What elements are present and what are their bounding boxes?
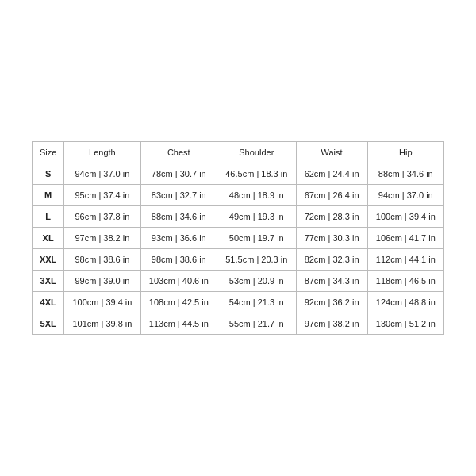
table-row: L96cm | 37.8 in88cm | 34.6 in49cm | 19.3… (33, 206, 444, 228)
measurement-cell: 100cm | 39.4 in (367, 206, 443, 228)
measurement-cell: 62cm | 24.4 in (296, 163, 367, 185)
size-label: 4XL (33, 292, 64, 313)
measurement-cell: 94cm | 37.0 in (367, 185, 443, 206)
measurement-cell: 78cm | 30.7 in (140, 163, 217, 185)
size-chart-wrapper: SizeLengthChestShoulderWaistHip S94cm | … (24, 133, 452, 343)
table-row: 4XL100cm | 39.4 in108cm | 42.5 in54cm | … (33, 292, 444, 313)
measurement-cell: 51.5cm | 20.3 in (217, 249, 297, 271)
table-header-row: SizeLengthChestShoulderWaistHip (33, 142, 444, 163)
measurement-cell: 88cm | 34.6 in (140, 206, 217, 228)
size-label: S (33, 163, 64, 185)
measurement-cell: 101cm | 39.8 in (64, 313, 140, 335)
measurement-cell: 103cm | 40.6 in (140, 271, 217, 292)
column-header-size: Size (33, 142, 64, 163)
measurement-cell: 113cm | 44.5 in (140, 313, 217, 335)
measurement-cell: 53cm | 20.9 in (217, 271, 297, 292)
measurement-cell: 124cm | 48.8 in (367, 292, 443, 313)
measurement-cell: 72cm | 28.3 in (296, 206, 367, 228)
column-header-length: Length (64, 142, 140, 163)
table-row: S94cm | 37.0 in78cm | 30.7 in46.5cm | 18… (33, 163, 444, 185)
measurement-cell: 94cm | 37.0 in (64, 163, 140, 185)
measurement-cell: 87cm | 34.3 in (296, 271, 367, 292)
measurement-cell: 96cm | 37.8 in (64, 206, 140, 228)
measurement-cell: 108cm | 42.5 in (140, 292, 217, 313)
measurement-cell: 54cm | 21.3 in (217, 292, 297, 313)
table-row: 3XL99cm | 39.0 in103cm | 40.6 in53cm | 2… (33, 271, 444, 292)
measurement-cell: 95cm | 37.4 in (64, 185, 140, 206)
measurement-cell: 49cm | 19.3 in (217, 206, 297, 228)
size-label: L (33, 206, 64, 228)
size-label: M (33, 185, 64, 206)
measurement-cell: 50cm | 19.7 in (217, 228, 297, 249)
measurement-cell: 100cm | 39.4 in (64, 292, 140, 313)
table-row: 5XL101cm | 39.8 in113cm | 44.5 in55cm | … (33, 313, 444, 335)
size-label: XXL (33, 249, 64, 271)
measurement-cell: 98cm | 38.6 in (140, 249, 217, 271)
measurement-cell: 106cm | 41.7 in (367, 228, 443, 249)
measurement-cell: 55cm | 21.7 in (217, 313, 297, 335)
measurement-cell: 97cm | 38.2 in (64, 228, 140, 249)
measurement-cell: 77cm | 30.3 in (296, 228, 367, 249)
size-chart-table: SizeLengthChestShoulderWaistHip S94cm | … (32, 141, 444, 335)
table-body: S94cm | 37.0 in78cm | 30.7 in46.5cm | 18… (33, 163, 444, 335)
table-row: XL97cm | 38.2 in93cm | 36.6 in50cm | 19.… (33, 228, 444, 249)
measurement-cell: 88cm | 34.6 in (367, 163, 443, 185)
measurement-cell: 83cm | 32.7 in (140, 185, 217, 206)
measurement-cell: 48cm | 18.9 in (217, 185, 297, 206)
column-header-hip: Hip (367, 142, 443, 163)
measurement-cell: 130cm | 51.2 in (367, 313, 443, 335)
column-header-shoulder: Shoulder (217, 142, 297, 163)
measurement-cell: 99cm | 39.0 in (64, 271, 140, 292)
measurement-cell: 82cm | 32.3 in (296, 249, 367, 271)
measurement-cell: 97cm | 38.2 in (296, 313, 367, 335)
size-label: 3XL (33, 271, 64, 292)
table-row: XXL98cm | 38.6 in98cm | 38.6 in51.5cm | … (33, 249, 444, 271)
measurement-cell: 118cm | 46.5 in (367, 271, 443, 292)
size-label: 5XL (33, 313, 64, 335)
column-header-waist: Waist (296, 142, 367, 163)
measurement-cell: 67cm | 26.4 in (296, 185, 367, 206)
measurement-cell: 112cm | 44.1 in (367, 249, 443, 271)
measurement-cell: 98cm | 38.6 in (64, 249, 140, 271)
column-header-chest: Chest (140, 142, 217, 163)
measurement-cell: 93cm | 36.6 in (140, 228, 217, 249)
measurement-cell: 92cm | 36.2 in (296, 292, 367, 313)
measurement-cell: 46.5cm | 18.3 in (217, 163, 297, 185)
table-row: M95cm | 37.4 in83cm | 32.7 in48cm | 18.9… (33, 185, 444, 206)
size-label: XL (33, 228, 64, 249)
